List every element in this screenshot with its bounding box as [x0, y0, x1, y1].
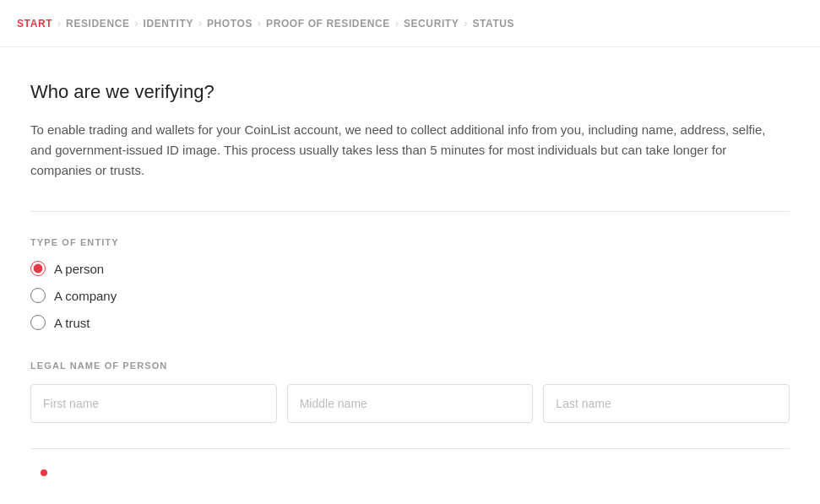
name-inputs-group: [30, 384, 790, 423]
last-name-input[interactable]: [543, 384, 790, 423]
breadcrumb-label-photos: PHOTOS: [207, 18, 253, 30]
chevron-icon-4: ›: [258, 18, 261, 30]
chevron-icon-3: ›: [198, 18, 202, 30]
legal-name-section: LEGAL NAME OF PERSON: [30, 360, 790, 423]
breadcrumb-nav: START › RESIDENCE › IDENTITY › PHOTOS › …: [0, 0, 820, 47]
breadcrumb-label-proof: PROOF OF RESIDENCE: [266, 18, 390, 30]
radio-person[interactable]: [30, 261, 46, 276]
radio-item-person[interactable]: A person: [30, 261, 790, 276]
breadcrumb-item-identity[interactable]: IDENTITY: [144, 18, 193, 30]
chevron-icon-6: ›: [464, 18, 467, 30]
breadcrumb-label-security: SECURITY: [404, 18, 459, 30]
radio-label-person: A person: [54, 262, 104, 276]
section-divider-top: [30, 211, 790, 212]
entity-type-label: TYPE OF ENTITY: [30, 237, 790, 247]
entity-type-radio-group: A person A company A trust: [30, 261, 790, 330]
breadcrumb-item-security[interactable]: SECURITY: [404, 18, 459, 30]
bottom-section: [30, 448, 790, 476]
radio-company[interactable]: [30, 288, 46, 303]
chevron-icon-2: ›: [135, 18, 138, 30]
radio-trust[interactable]: [30, 315, 46, 330]
entity-type-section: TYPE OF ENTITY A person A company A trus…: [30, 237, 790, 330]
breadcrumb-item-status[interactable]: STATUS: [472, 18, 514, 30]
page-title: Who are we verifying?: [30, 81, 790, 103]
breadcrumb-label-status: STATUS: [472, 18, 514, 30]
breadcrumb-label-start: START: [17, 18, 52, 30]
middle-name-input[interactable]: [287, 384, 534, 423]
main-content: Who are we verifying? To enable trading …: [0, 47, 820, 504]
breadcrumb-item-residence[interactable]: RESIDENCE: [66, 18, 129, 30]
radio-label-company: A company: [54, 289, 117, 303]
breadcrumb-label-identity: IDENTITY: [144, 18, 193, 30]
dot-indicator: [41, 469, 47, 476]
chevron-icon-1: ›: [57, 18, 61, 30]
chevron-icon-5: ›: [395, 18, 399, 30]
breadcrumb-item-photos[interactable]: PHOTOS: [207, 18, 253, 30]
legal-name-label: LEGAL NAME OF PERSON: [30, 360, 790, 371]
breadcrumb-item-start[interactable]: START: [17, 18, 52, 30]
page-description: To enable trading and wallets for your C…: [30, 120, 790, 181]
radio-label-trust: A trust: [54, 316, 90, 330]
breadcrumb-item-proof[interactable]: PROOF OF RESIDENCE: [266, 18, 390, 30]
breadcrumb-label-residence: RESIDENCE: [66, 18, 129, 30]
radio-item-trust[interactable]: A trust: [30, 315, 790, 330]
first-name-input[interactable]: [30, 384, 277, 423]
radio-item-company[interactable]: A company: [30, 288, 790, 303]
